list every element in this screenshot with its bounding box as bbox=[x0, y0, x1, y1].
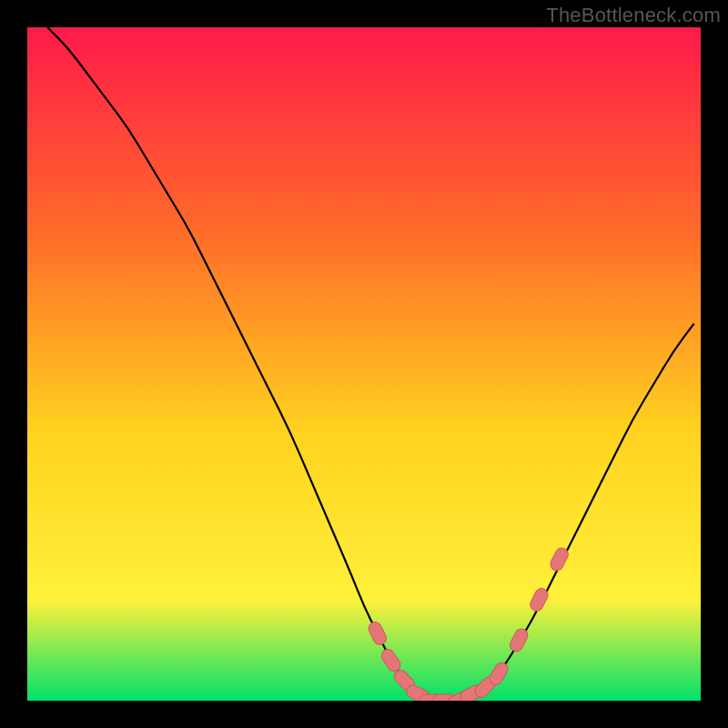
chart-frame: TheBottleneck.com bbox=[0, 0, 728, 728]
plot-area bbox=[27, 27, 701, 701]
chart-svg bbox=[27, 27, 701, 701]
watermark-text: TheBottleneck.com bbox=[546, 4, 721, 27]
